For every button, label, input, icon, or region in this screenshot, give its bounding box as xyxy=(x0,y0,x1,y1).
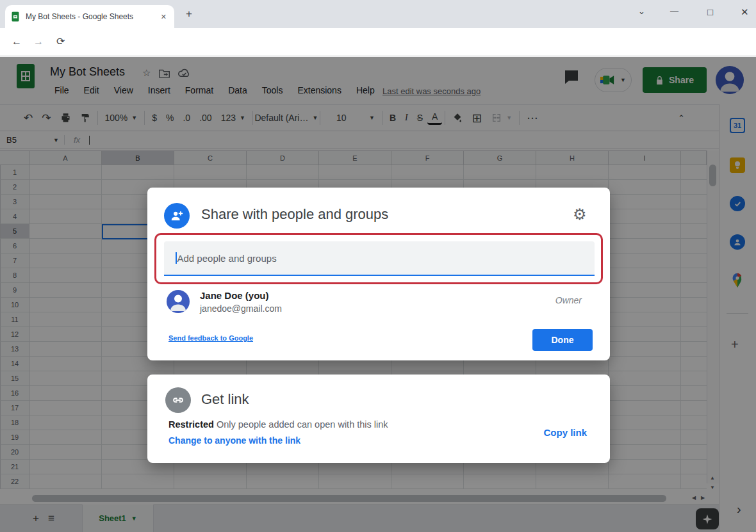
add-people-input[interactable]: Add people and groups xyxy=(164,241,595,276)
text-caret xyxy=(176,252,177,264)
sheets-favicon-icon xyxy=(10,12,21,22)
share-dialog: Share with people and groups ⚙ Add peopl… xyxy=(147,188,610,360)
share-settings-gear-icon[interactable]: ⚙ xyxy=(573,206,587,223)
restriction-status: Restricted Only people added can open wi… xyxy=(168,419,388,430)
back-button[interactable]: ← xyxy=(12,36,22,47)
forward-button[interactable]: → xyxy=(33,36,44,47)
link-icon xyxy=(165,387,191,413)
window-maximize-button[interactable]: □ xyxy=(707,6,713,17)
restricted-label: Restricted xyxy=(168,419,214,430)
browser-tab-strip: My Bot Sheets - Google Sheets ✕ + ⌄ — □ … xyxy=(0,0,756,28)
copy-link-button[interactable]: Copy link xyxy=(543,427,587,438)
get-link-dialog: Get link Restricted Only people added ca… xyxy=(147,375,610,463)
tab-title: My Bot Sheets - Google Sheets xyxy=(26,12,153,21)
browser-tab[interactable]: My Bot Sheets - Google Sheets ✕ xyxy=(5,5,174,28)
change-access-link[interactable]: Change to anyone with the link xyxy=(168,435,300,446)
person-icon xyxy=(167,290,190,313)
owner-name: Jane Doe (you) xyxy=(200,290,269,301)
window-close-button[interactable]: ✕ xyxy=(741,6,749,18)
new-tab-button[interactable]: + xyxy=(186,8,192,20)
screen: My Bot Sheets - Google Sheets ✕ + ⌄ — □ … xyxy=(0,0,756,532)
send-feedback-link[interactable]: Send feedback to Google xyxy=(168,334,253,342)
browser-toolbar: ← → ⟳ docs.google.com/spreadsheets/d/1b … xyxy=(0,28,756,56)
tab-close-icon[interactable]: ✕ xyxy=(158,12,169,22)
person-add-icon xyxy=(164,203,190,229)
owner-avatar xyxy=(167,290,190,313)
owner-email: janedoe@gmail.com xyxy=(200,303,282,314)
restriction-detail: Only people added can open with this lin… xyxy=(214,419,388,430)
owner-role-label: Owner xyxy=(555,295,582,305)
share-dialog-title: Share with people and groups xyxy=(201,206,388,223)
get-link-title: Get link xyxy=(201,391,249,408)
reload-button[interactable]: ⟳ xyxy=(56,35,65,47)
window-minimize-button[interactable]: — xyxy=(670,6,678,16)
done-button[interactable]: Done xyxy=(532,329,593,351)
tab-search-chevron-icon[interactable]: ⌄ xyxy=(638,6,645,16)
add-people-placeholder: Add people and groups xyxy=(177,253,277,264)
